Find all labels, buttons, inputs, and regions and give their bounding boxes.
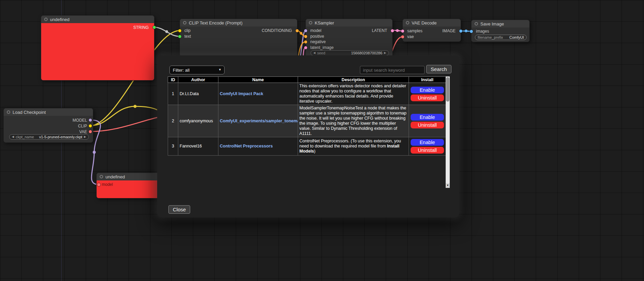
input-label-model: model xyxy=(102,182,113,187)
slot-text-input[interactable] xyxy=(178,35,181,38)
extension-id: 2 xyxy=(168,105,178,137)
enable-button[interactable]: Enable xyxy=(411,114,444,121)
slot-conditioning-output[interactable] xyxy=(296,29,299,32)
wire-midpoint-dot xyxy=(300,32,302,35)
slot-positive-input[interactable] xyxy=(304,35,307,38)
input-label-model: model xyxy=(310,28,321,33)
extension-id: 1 xyxy=(168,83,178,105)
node-title: undefined xyxy=(50,17,69,22)
filename-prefix-value: ComfyUI xyxy=(509,35,524,39)
wire-midpoint-dot xyxy=(134,105,137,108)
node-ksampler[interactable]: KSampler model positive negative latent_… xyxy=(306,19,393,57)
install-cell: Enable Uninstall xyxy=(409,83,446,105)
slot-latent-image-input[interactable] xyxy=(304,46,307,49)
uninstall-button[interactable]: Uninstall xyxy=(411,94,444,101)
extension-link[interactable]: ComfyUI Impact Pack xyxy=(220,91,263,96)
next-arrow-icon[interactable]: ▶ xyxy=(84,136,86,138)
wire-midpoint-dot xyxy=(465,30,467,32)
uninstall-button[interactable]: Uninstall xyxy=(411,122,444,128)
node-body xyxy=(41,23,154,80)
enable-button[interactable]: Enable xyxy=(411,139,444,146)
close-button[interactable]: Close xyxy=(168,205,190,214)
input-label-vae: vae xyxy=(407,34,414,39)
increment-arrow-icon[interactable]: ▶ xyxy=(384,52,386,54)
slot-model-output[interactable] xyxy=(89,119,92,122)
input-label-positive: positive xyxy=(310,34,324,39)
scroll-down-button[interactable]: ▼ xyxy=(446,183,450,188)
node-save-image[interactable]: Save Image images filename_prefix ComfyU… xyxy=(471,20,530,42)
seed-widget[interactable]: ◀ seed 156680208700286 ▶ xyxy=(311,50,389,56)
node-header[interactable]: KSampler xyxy=(306,19,392,27)
column-header-id: ID xyxy=(168,77,178,83)
extension-description: ControlNet Preprocessors. (To use this e… xyxy=(298,137,409,156)
extension-id: 3 xyxy=(168,137,178,156)
slot-negative-input[interactable] xyxy=(304,40,307,43)
slot-images-input[interactable] xyxy=(470,30,473,33)
slot-vae-input[interactable] xyxy=(401,35,404,38)
search-input[interactable] xyxy=(360,66,425,74)
slot-samples-input[interactable] xyxy=(401,30,404,33)
table-header-row: ID Author Name Description Install xyxy=(168,77,446,83)
node-undefined-top[interactable]: undefined STRING xyxy=(41,15,154,81)
collapse-dot-icon[interactable] xyxy=(183,21,186,24)
uninstall-button[interactable]: Uninstall xyxy=(411,147,444,154)
extension-name-cell: ControlNet Preprocessors xyxy=(218,137,298,156)
node-title: VAE Decode xyxy=(412,20,436,25)
filter-select[interactable]: Filter: all xyxy=(169,66,225,74)
node-title: Load Checkpoint xyxy=(13,110,46,115)
decrement-arrow-icon[interactable]: ◀ xyxy=(313,52,315,54)
wire-string-to-text xyxy=(154,27,180,36)
node-header[interactable]: Save Image xyxy=(472,20,529,28)
extension-name-cell: ComfyUI Impact Pack xyxy=(218,83,298,105)
input-label-images: images xyxy=(476,29,489,34)
slot-model-input[interactable] xyxy=(304,29,307,32)
input-label-text: text xyxy=(184,34,191,39)
node-header[interactable]: VAE Decode xyxy=(403,19,461,27)
collapse-dot-icon[interactable] xyxy=(44,18,48,21)
slot-string-output[interactable] xyxy=(153,26,156,29)
ckpt-name-widget[interactable]: ◀ ckpt_name v1-5-pruned-emaonly.ckpt ▶ xyxy=(9,134,89,140)
scrollbar[interactable]: ▼ xyxy=(446,76,450,188)
scrollbar-thumb[interactable] xyxy=(446,77,449,102)
previous-arrow-icon[interactable]: ◀ xyxy=(12,136,14,138)
output-label-conditioning: CONDITIONING xyxy=(262,28,292,33)
enable-button[interactable]: Enable xyxy=(411,87,444,93)
manager-dialog: Filter: all ▼ Search ID Author Name Desc… xyxy=(157,55,459,217)
table-row: 1 Dr.Lt.Data ComfyUI Impact Pack This ex… xyxy=(168,83,446,105)
collapse-dot-icon[interactable] xyxy=(100,175,103,178)
extension-link[interactable]: ControlNet Preprocessors xyxy=(220,144,273,148)
node-header[interactable]: undefined xyxy=(41,16,154,23)
slot-vae-output[interactable] xyxy=(89,130,92,133)
ckpt-name-label: ckpt_name xyxy=(16,135,34,139)
output-label-clip: CLIP xyxy=(78,124,87,128)
slot-image-output[interactable] xyxy=(459,30,462,33)
extension-author: Dr.Lt.Data xyxy=(178,83,218,105)
node-clip-text-encode[interactable]: CLIP Text Encode (Prompt) clip text COND… xyxy=(180,19,297,57)
node-header[interactable]: CLIP Text Encode (Prompt) xyxy=(180,19,297,27)
node-header[interactable]: Load Checkpoint xyxy=(4,108,93,116)
column-header-description: Description xyxy=(298,77,409,83)
node-title: KSampler xyxy=(315,20,334,25)
slot-clip-output[interactable] xyxy=(89,124,92,127)
search-button[interactable]: Search xyxy=(426,65,451,73)
collapse-dot-icon[interactable] xyxy=(7,110,10,114)
slot-clip-input[interactable] xyxy=(178,29,181,32)
node-vae-decode[interactable]: VAE Decode samples vae IMAGE xyxy=(402,19,461,42)
input-label-clip: clip xyxy=(184,28,191,33)
collapse-dot-icon[interactable] xyxy=(406,21,409,24)
slot-latent-output[interactable] xyxy=(391,29,394,32)
column-header-name: Name xyxy=(218,77,298,83)
extensions-table-wrap: ID Author Name Description Install 1 Dr.… xyxy=(168,76,450,188)
extension-author: comfyanonymous xyxy=(178,105,218,137)
filename-prefix-widget[interactable]: filename_prefix ComfyUI xyxy=(475,35,527,40)
seed-widget-value: 156680208700286 xyxy=(351,51,382,55)
extension-link[interactable]: ComfyUI_experiments/sampler_tonemap xyxy=(220,119,298,123)
node-title: Save Image xyxy=(480,21,504,27)
workflow-canvas[interactable]: undefined STRING CLIP Text Encode (Promp… xyxy=(0,0,644,281)
slot-model-input[interactable] xyxy=(97,183,100,186)
column-header-author: Author xyxy=(178,77,218,83)
collapse-dot-icon[interactable] xyxy=(309,21,312,24)
collapse-dot-icon[interactable] xyxy=(475,22,478,25)
node-title: undefined xyxy=(105,174,125,179)
node-load-checkpoint[interactable]: Load Checkpoint MODEL CLIP VAE ◀ ckpt_na… xyxy=(3,108,93,143)
